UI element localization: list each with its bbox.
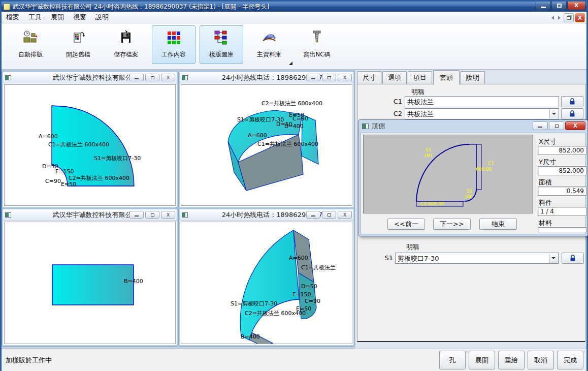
menu-unfold[interactable]: 展開 [46, 12, 69, 23]
child-window-3d-bottom[interactable]: 24小时热线电话：18986290037 X [179, 208, 354, 346]
row-key-s1: S1 [369, 254, 393, 262]
tab-items[interactable]: 項目 [408, 71, 432, 84]
mdi-previous-arrow[interactable] [551, 16, 554, 20]
toolbar-overflow-icon[interactable] [289, 61, 292, 65]
top-side-dialog[interactable]: 頂側 X S1 (M) C1 6 [358, 119, 588, 236]
restore-window-icon [328, 76, 331, 79]
finish-button[interactable]: 结束 [479, 219, 517, 230]
mdi-restore-button[interactable] [564, 13, 574, 22]
hole-button[interactable]: 孔 [439, 351, 466, 369]
toolbar-auto-nest[interactable]: 自動排版 [9, 25, 52, 64]
restore-window-icon [151, 76, 154, 79]
preview-label: (M) [424, 153, 432, 158]
previous-button[interactable]: <<前一 [387, 219, 425, 230]
menu-help[interactable]: 說明 [91, 12, 113, 23]
write-nc-icon [308, 29, 325, 46]
part-preview: S1 (M) C1 600.00 S1 (M) C2 600.00 [363, 135, 533, 213]
unfold-button[interactable]: 展開 [469, 351, 495, 369]
y-size-label: Y尺寸 [539, 158, 556, 167]
restore-button[interactable] [549, 121, 564, 130]
preview-label: C1 [488, 161, 494, 166]
mdi-close-button[interactable]: X [575, 13, 585, 22]
dropdown-button[interactable] [549, 109, 558, 118]
toolbar-master-database[interactable]: 主資料庫 [247, 25, 291, 64]
document-icon [182, 212, 188, 218]
complete-button[interactable]: 完成 [557, 351, 583, 369]
child-titlebar[interactable]: 24小时热线电话：18986290037 X [180, 72, 353, 83]
minimize-button[interactable] [306, 74, 320, 81]
drawing-canvas[interactable]: C2=共板法兰 600x400 S1=剪板咬口7-30 E=50 C=90 D=… [181, 84, 352, 206]
c1-value-field[interactable]: 共板法兰 [405, 96, 559, 107]
toolbar: 自動排版 開起舊檔 [2, 23, 586, 70]
open-file-icon [70, 29, 87, 46]
next-button[interactable]: 下一>> [433, 219, 471, 230]
dimension-label: C=90 [45, 178, 61, 184]
menu-file[interactable]: 檔案 [2, 12, 24, 23]
minimize-button[interactable] [533, 121, 548, 130]
redraw-button[interactable]: 重繪 [498, 351, 525, 369]
menu-window[interactable]: 視窗 [69, 12, 91, 23]
preview-label: (M) [465, 194, 473, 199]
minimize-icon [538, 127, 542, 128]
restore-button[interactable] [322, 211, 336, 219]
c2-lock-button[interactable] [561, 108, 583, 119]
dimension-label: C2=共板法兰 600x400 [262, 100, 322, 107]
minimize-button[interactable] [129, 211, 144, 219]
child-window-rect-panel[interactable]: 武汉华宇诚数控科技有限公司 X B=400 [2, 208, 178, 346]
c2-combo[interactable]: 共板法兰 [405, 108, 559, 119]
close-button[interactable]: X [161, 74, 175, 81]
close-button[interactable]: X [338, 211, 352, 219]
lock-icon [569, 255, 576, 262]
tab-notes[interactable]: 說明 [461, 71, 485, 84]
child-window-unfold-2d[interactable]: 武汉华宇诚数控科技有限公司 X A=600 C1=共板法 [2, 71, 178, 208]
child-titlebar[interactable]: 24小时热线电话：18986290037 X [180, 209, 353, 221]
area-label: 面積 [539, 178, 552, 187]
dimension-label: B=400 [241, 333, 260, 340]
restore-button[interactable] [145, 211, 159, 219]
toolbar-template-library[interactable]: 樣版圖庫 [200, 25, 243, 64]
child-titlebar[interactable]: 武汉华宇诚数控科技有限公司 X [3, 72, 177, 83]
restore-window-icon [328, 213, 331, 217]
close-button[interactable]: X [338, 74, 352, 81]
child-window-3d-top[interactable]: 24小时热线电话：18986290037 X [179, 71, 354, 208]
restore-button[interactable] [145, 74, 159, 81]
dimension-label: A=600 [289, 255, 308, 261]
close-button[interactable]: X [567, 2, 585, 10]
dialog-icon [362, 123, 369, 129]
tab-connections[interactable]: 套頭 [433, 70, 460, 85]
minimize-button[interactable] [306, 211, 320, 219]
mdi-next-arrow[interactable] [558, 16, 561, 20]
drawing-canvas[interactable]: B=400 [4, 222, 176, 344]
close-icon: X [343, 75, 346, 80]
c1-lock-button[interactable] [561, 96, 583, 107]
close-icon: X [343, 212, 346, 218]
statusbar: 加樣版於工作中 孔 展開 重繪 取消 完成 [2, 349, 586, 371]
template-library-icon [213, 29, 230, 46]
minimize-button[interactable] [129, 74, 144, 81]
drawing-canvas[interactable]: A=600 C1=共板法兰 600x400 S1=剪板咬口7-30 D=50 F… [4, 84, 176, 206]
dialog-titlebar[interactable]: 頂側 X [359, 120, 587, 132]
area-value: 0.549 [538, 187, 586, 196]
toolbar-save-file[interactable]: 儲存檔案 [104, 25, 148, 64]
close-button[interactable]: X [565, 121, 585, 130]
drawing-canvas[interactable]: A=600 C1=共板法兰 D=50 F=150 C=90 S1=剪板咬口7-3… [181, 222, 352, 344]
menu-tools[interactable]: 工具 [24, 12, 46, 23]
application-window: 武汉华宇诚数控科技有限公司 24小时咨询热线：18986290037 (未指定1… [0, 0, 588, 371]
cancel-button[interactable]: 取消 [528, 351, 554, 369]
maximize-button[interactable] [551, 2, 567, 10]
child-titlebar[interactable]: 武汉华宇诚数控科技有限公司 X [3, 209, 177, 221]
tab-options[interactable]: 選項 [382, 71, 407, 84]
toolbar-open-file[interactable]: 開起舊檔 [56, 25, 100, 64]
toolbar-work-content[interactable]: 工作內容 [152, 25, 195, 64]
tab-dimensions[interactable]: 尺寸 [357, 71, 381, 84]
s1-combo[interactable]: 剪板咬口7-30 [395, 253, 559, 264]
s1-lock-button[interactable] [562, 253, 584, 264]
dimension-label: C1=共板法兰 600x400 [48, 141, 109, 148]
toolbar-write-nc[interactable]: 寫出NC碼 [295, 25, 339, 64]
minimize-button[interactable] [536, 2, 551, 10]
chevron-down-icon [552, 113, 556, 115]
restore-button[interactable] [322, 74, 336, 81]
dropdown-button[interactable] [549, 254, 558, 263]
dimension-label: S1=剪板咬口7-30 [231, 300, 277, 307]
close-button[interactable]: X [161, 211, 175, 219]
